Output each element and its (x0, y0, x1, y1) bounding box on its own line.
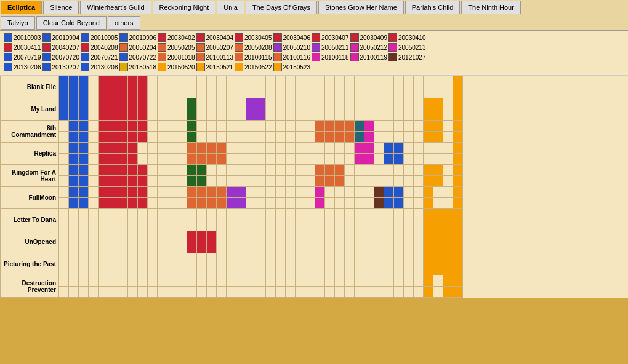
grid-cell[interactable] (443, 176, 453, 187)
grid-cell[interactable] (79, 143, 89, 154)
grid-cell[interactable] (404, 253, 414, 264)
grid-cell[interactable] (424, 154, 433, 165)
grid-cell[interactable] (167, 231, 177, 242)
grid-cell[interactable] (138, 231, 148, 242)
grid-cell[interactable] (99, 198, 108, 209)
grid-cell[interactable] (59, 109, 69, 121)
grid-cell[interactable] (177, 165, 187, 176)
grid-cell[interactable] (148, 165, 158, 176)
grid-cell[interactable] (256, 242, 266, 253)
grid-cell[interactable] (177, 121, 187, 132)
grid-cell[interactable] (217, 121, 227, 132)
grid-cell[interactable] (197, 76, 207, 87)
grid-cell[interactable] (453, 231, 463, 242)
grid-cell[interactable] (266, 98, 276, 109)
grid-cell[interactable] (384, 176, 394, 187)
grid-cell[interactable] (177, 132, 187, 143)
grid-cell[interactable] (286, 275, 296, 287)
grid-cell[interactable] (187, 132, 197, 143)
grid-cell[interactable] (296, 76, 305, 87)
grid-cell[interactable] (286, 287, 296, 298)
grid-cell[interactable] (296, 287, 305, 298)
grid-cell[interactable] (128, 87, 138, 98)
grid-cell[interactable] (374, 242, 384, 253)
grid-cell[interactable] (276, 275, 286, 287)
grid-cell[interactable] (227, 154, 236, 165)
grid-cell[interactable] (335, 121, 345, 132)
grid-cell[interactable] (364, 253, 374, 264)
grid-cell[interactable] (315, 154, 325, 165)
grid-cell[interactable] (207, 121, 217, 132)
grid-cell[interactable] (296, 165, 305, 176)
grid-cell[interactable] (207, 187, 217, 198)
grid-cell[interactable] (99, 176, 108, 187)
grid-cell[interactable] (167, 242, 177, 253)
grid-cell[interactable] (433, 242, 443, 253)
grid-cell[interactable] (108, 187, 118, 198)
grid-cell[interactable] (187, 98, 197, 109)
grid-cell[interactable] (315, 76, 325, 87)
grid-cell[interactable] (108, 275, 118, 287)
grid-cell[interactable] (286, 253, 296, 264)
grid-cell[interactable] (99, 87, 108, 98)
grid-cell[interactable] (276, 121, 286, 132)
grid-cell[interactable] (296, 143, 305, 154)
grid-cell[interactable] (364, 76, 374, 87)
grid-cell[interactable] (345, 209, 355, 220)
grid-cell[interactable] (108, 121, 118, 132)
grid-cell[interactable] (364, 231, 374, 242)
grid-cell[interactable] (197, 165, 207, 176)
grid-cell[interactable] (394, 231, 404, 242)
grid-cell[interactable] (325, 143, 335, 154)
grid-cell[interactable] (256, 165, 266, 176)
grid-cell[interactable] (59, 165, 69, 176)
grid-cell[interactable] (335, 154, 345, 165)
grid-cell[interactable] (79, 109, 89, 121)
grid-cell[interactable] (424, 132, 433, 143)
grid-cell[interactable] (345, 132, 355, 143)
grid-cell[interactable] (364, 187, 374, 198)
grid-cell[interactable] (128, 253, 138, 264)
grid-cell[interactable] (246, 287, 256, 298)
grid-cell[interactable] (108, 132, 118, 143)
grid-cell[interactable] (404, 132, 414, 143)
grid-cell[interactable] (167, 275, 177, 287)
grid-cell[interactable] (256, 231, 266, 242)
grid-cell[interactable] (266, 76, 276, 87)
grid-cell[interactable] (404, 176, 414, 187)
grid-cell[interactable] (118, 98, 128, 109)
grid-cell[interactable] (345, 220, 355, 231)
grid-cell[interactable] (158, 132, 167, 143)
grid-cell[interactable] (118, 76, 128, 87)
grid-cell[interactable] (266, 287, 276, 298)
grid-cell[interactable] (414, 220, 424, 231)
grid-cell[interactable] (59, 176, 69, 187)
grid-cell[interactable] (424, 242, 433, 253)
grid-cell[interactable] (246, 121, 256, 132)
grid-cell[interactable] (453, 287, 463, 298)
grid-cell[interactable] (305, 264, 315, 275)
grid-cell[interactable] (187, 154, 197, 165)
grid-cell[interactable] (89, 165, 99, 176)
grid-cell[interactable] (236, 176, 246, 187)
grid-cell[interactable] (167, 98, 177, 109)
grid-cell[interactable] (424, 253, 433, 264)
grid-cell[interactable] (148, 231, 158, 242)
grid-cell[interactable] (256, 132, 266, 143)
grid-cell[interactable] (305, 143, 315, 154)
grid-cell[interactable] (453, 198, 463, 209)
grid-cell[interactable] (355, 109, 364, 121)
grid-cell[interactable] (59, 98, 69, 109)
grid-cell[interactable] (453, 76, 463, 87)
grid-cell[interactable] (187, 242, 197, 253)
grid-cell[interactable] (246, 242, 256, 253)
grid-cell[interactable] (276, 242, 286, 253)
grid-cell[interactable] (217, 187, 227, 198)
grid-cell[interactable] (227, 98, 236, 109)
grid-cell[interactable] (335, 275, 345, 287)
grid-cell[interactable] (207, 176, 217, 187)
grid-cell[interactable] (256, 264, 266, 275)
grid-cell[interactable] (374, 154, 384, 165)
grid-cell[interactable] (236, 209, 246, 220)
grid-cell[interactable] (394, 165, 404, 176)
